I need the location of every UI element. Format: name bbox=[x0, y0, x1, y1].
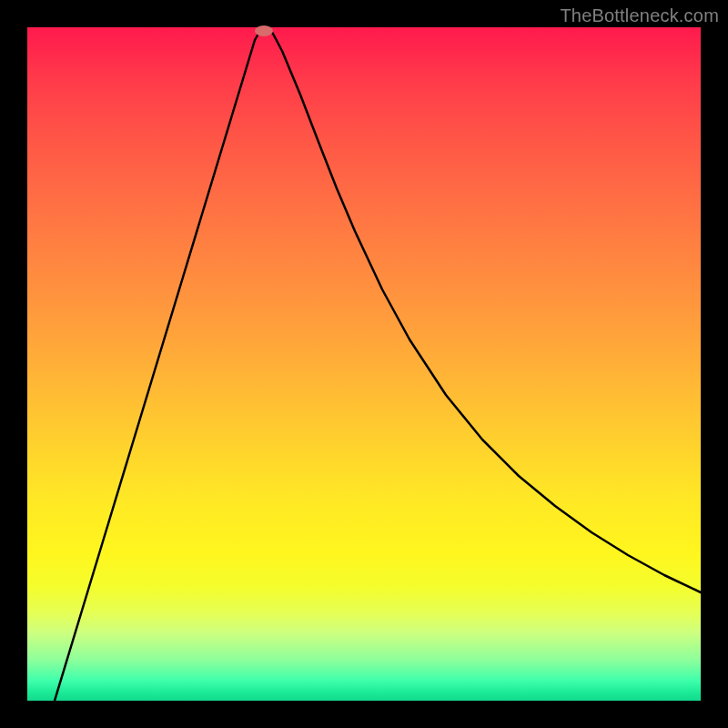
minimum-marker bbox=[255, 25, 273, 36]
plot-area bbox=[27, 27, 701, 701]
chart-frame: TheBottleneck.com bbox=[0, 0, 728, 728]
bottleneck-curve bbox=[55, 28, 701, 701]
attribution-label: TheBottleneck.com bbox=[560, 5, 719, 26]
curve-svg bbox=[27, 27, 701, 701]
